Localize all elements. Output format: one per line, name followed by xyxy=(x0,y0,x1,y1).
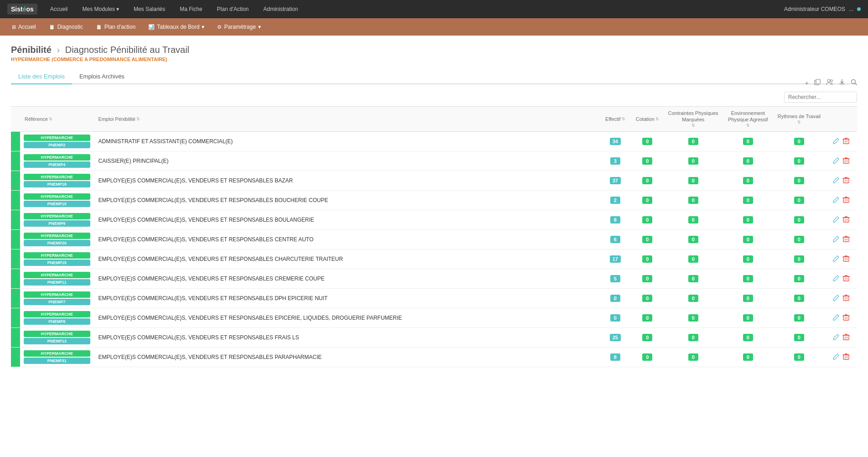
svg-rect-16 xyxy=(843,355,849,359)
subnav-plan-action[interactable]: 📋 Plan d'action xyxy=(91,21,140,33)
row-contraintes: 0 xyxy=(664,269,723,289)
row-environnement: 0 xyxy=(723,210,773,230)
edit-button[interactable] xyxy=(832,294,840,303)
row-emploi: EMPLOYE(E)S COMMERCIAL(E)S, VENDEURS ET … xyxy=(94,249,599,269)
edit-button[interactable] xyxy=(832,157,840,166)
edit-button[interactable] xyxy=(832,235,840,244)
delete-button[interactable] xyxy=(842,177,850,185)
sub-navigation: ⊞ Accueil 📋 Diagnostic 📋 Plan d'action 📊… xyxy=(0,18,868,36)
delete-button[interactable] xyxy=(842,157,850,166)
nav-mes-modules[interactable]: Mes Modules ▾ xyxy=(81,2,121,16)
add-button[interactable]: + xyxy=(805,79,809,87)
delete-button[interactable] xyxy=(842,294,850,303)
row-contraintes: 0 xyxy=(664,132,723,151)
row-actions xyxy=(825,348,857,367)
table-row: HYPERMARCHE PNEMP10 EMPLOYE(E)S COMMERCI… xyxy=(11,191,857,210)
row-reference: HYPERMARCHE PNEMP11 xyxy=(20,269,94,289)
sort-reference-icon[interactable]: ⇅ xyxy=(49,117,52,121)
rythmes-badge: 0 xyxy=(794,157,804,165)
edit-button[interactable] xyxy=(832,177,840,185)
tag-pnemp: PNEMP7 xyxy=(24,299,90,305)
sort-environnement-icon[interactable]: ⇅ xyxy=(746,123,750,128)
edit-button[interactable] xyxy=(832,314,840,322)
tab-emplois-archives[interactable]: Emplois Archivés xyxy=(72,69,132,84)
nav-ma-fiche[interactable]: Ma Fiche xyxy=(178,2,204,16)
edit-button[interactable] xyxy=(832,137,840,146)
delete-button[interactable] xyxy=(842,314,850,322)
tableaux-icon: 📊 xyxy=(148,24,155,30)
tag-hypermarche: HYPERMARCHE xyxy=(24,252,90,259)
row-reference: HYPERMARCHE PNEMP15 xyxy=(20,249,94,269)
delete-button[interactable] xyxy=(842,353,850,362)
subnav-diagnostic[interactable]: 📋 Diagnostic xyxy=(44,21,88,33)
environnement-badge: 0 xyxy=(743,334,753,341)
row-effectif: 17 xyxy=(599,249,631,269)
sort-rythmes-icon[interactable]: ⇅ xyxy=(797,120,801,125)
copy-button[interactable] xyxy=(814,79,821,87)
nav-plan-action[interactable]: Plan d'Action xyxy=(215,2,251,16)
delete-button[interactable] xyxy=(842,275,850,283)
user-menu-trigger[interactable]: ... xyxy=(849,6,853,12)
sort-emploi-icon[interactable]: ⇅ xyxy=(136,117,140,121)
row-environnement: 0 xyxy=(723,230,773,249)
row-emploi: EMPLOYE(E)S COMMERCIAL(E)S, VENDEURS ET … xyxy=(94,171,599,191)
effectif-badge: 2 xyxy=(610,197,620,204)
row-actions xyxy=(825,191,857,210)
users-button[interactable] xyxy=(826,79,833,87)
row-environnement: 0 xyxy=(723,328,773,348)
edit-button[interactable] xyxy=(832,196,840,205)
subnav-accueil[interactable]: ⊞ Accueil xyxy=(7,21,41,33)
nav-administration[interactable]: Administration xyxy=(261,2,300,16)
sort-contraintes-icon[interactable]: ⇅ xyxy=(691,123,695,128)
row-rythmes: 0 xyxy=(773,269,825,289)
tab-liste-emplois[interactable]: Liste des Emplois xyxy=(11,69,72,84)
edit-button[interactable] xyxy=(832,216,840,224)
row-cotation: 0 xyxy=(631,230,664,249)
svg-rect-15 xyxy=(843,335,849,340)
svg-rect-1 xyxy=(816,79,820,84)
search-toolbar-icon[interactable] xyxy=(851,79,857,87)
row-contraintes: 0 xyxy=(664,249,723,269)
delete-button[interactable] xyxy=(842,235,850,244)
col-effectif: Effectif ⇅ xyxy=(599,107,631,132)
effectif-badge: 8 xyxy=(610,216,620,223)
breadcrumb-arrow: › xyxy=(57,45,60,55)
tag-pnemp: PNEMP13 xyxy=(24,338,90,344)
delete-button[interactable] xyxy=(842,255,850,264)
delete-button[interactable] xyxy=(842,216,850,224)
effectif-badge: 37 xyxy=(610,177,621,184)
svg-point-2 xyxy=(827,79,830,82)
search-input[interactable] xyxy=(784,92,857,103)
search-row xyxy=(11,92,857,103)
sort-effectif-icon[interactable]: ⇅ xyxy=(622,117,625,121)
edit-button[interactable] xyxy=(832,275,840,283)
row-indicator xyxy=(11,328,20,348)
row-effectif: 25 xyxy=(599,328,631,348)
row-rythmes: 0 xyxy=(773,289,825,308)
row-contraintes: 0 xyxy=(664,308,723,328)
table-row: HYPERMARCHE PNEMP11 EMPLOYE(E)S COMMERCI… xyxy=(11,269,857,289)
col-actions xyxy=(825,107,857,132)
nav-accueil[interactable]: Accueil xyxy=(48,2,70,16)
subnav-parametrage[interactable]: ⚙ Paramétrage ▾ xyxy=(213,21,265,33)
edit-button[interactable] xyxy=(832,255,840,264)
col-cotation: Cotation ⇅ xyxy=(631,107,664,132)
edit-button[interactable] xyxy=(832,353,840,362)
delete-button[interactable] xyxy=(842,333,850,342)
row-reference: HYPERMARCHE PNEMP7 xyxy=(20,289,94,308)
row-emploi: EMPLOYE(E)S COMMERCIAL(E)S, VENDEURS ET … xyxy=(94,289,599,308)
row-cotation: 0 xyxy=(631,210,664,230)
sort-cotation-icon[interactable]: ⇅ xyxy=(655,117,659,121)
row-reference: HYPERMARCHE PNEMP20 xyxy=(20,230,94,249)
svg-rect-12 xyxy=(843,276,849,281)
edit-button[interactable] xyxy=(832,333,840,342)
subnav-tableaux-bord[interactable]: 📊 Tableaux de Bord ▾ xyxy=(144,21,209,33)
download-button[interactable] xyxy=(839,79,845,87)
delete-button[interactable] xyxy=(842,137,850,146)
row-reference: HYPERMARCHE PNEMP9 xyxy=(20,210,94,230)
tag-pnemp: PNEMP9 xyxy=(24,220,90,227)
row-environnement: 0 xyxy=(723,348,773,367)
delete-button[interactable] xyxy=(842,196,850,205)
svg-rect-14 xyxy=(843,316,849,320)
nav-mes-salaries[interactable]: Mes Salariés xyxy=(132,2,167,16)
